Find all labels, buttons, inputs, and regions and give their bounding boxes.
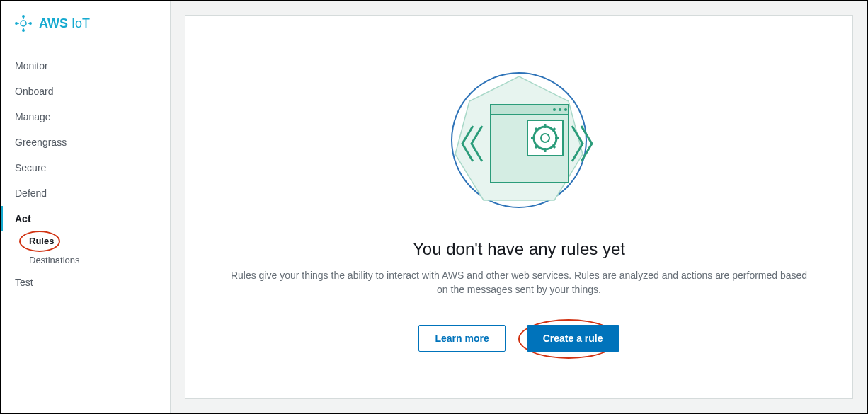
svg-point-8 (30, 23, 31, 24)
sidebar-item-act[interactable]: Act (1, 206, 170, 231)
empty-state-heading: You don't have any rules yet (413, 239, 625, 259)
sidebar-subitem-rules[interactable]: Rules (1, 231, 170, 251)
create-rule-button[interactable]: Create a rule (527, 325, 619, 352)
aws-iot-logo-icon (15, 15, 32, 32)
sidebar-item-monitor[interactable]: Monitor (1, 53, 170, 79)
brand-text: AWS IoT (39, 16, 90, 31)
svg-point-0 (21, 21, 26, 26)
svg-point-5 (23, 16, 24, 17)
sidebar-subitem-destinations[interactable]: Destinations (1, 251, 170, 270)
rules-illustration-icon (441, 62, 597, 218)
svg-point-14 (559, 108, 561, 111)
svg-point-7 (16, 23, 17, 24)
sidebar-item-test[interactable]: Test (1, 270, 170, 295)
sidebar-item-greengrass[interactable]: Greengrass (1, 130, 170, 155)
svg-point-15 (564, 108, 567, 111)
svg-rect-12 (491, 105, 569, 115)
svg-point-13 (553, 108, 556, 111)
main-content: You don't have any rules yet Rules give … (171, 1, 867, 413)
nav: Monitor Onboard Manage Greengrass Secure… (1, 53, 170, 295)
learn-more-button[interactable]: Learn more (418, 325, 505, 352)
brand[interactable]: AWS IoT (1, 15, 170, 53)
empty-state-card: You don't have any rules yet Rules give … (185, 15, 853, 399)
sidebar-item-manage[interactable]: Manage (1, 104, 170, 130)
button-row: Learn more Create a rule (418, 325, 619, 352)
create-rule-highlight: Create a rule (527, 325, 619, 352)
sidebar-item-secure[interactable]: Secure (1, 155, 170, 180)
sidebar: AWS IoT Monitor Onboard Manage Greengras… (1, 1, 171, 413)
empty-state-description: Rules give your things the ability to in… (229, 269, 809, 297)
sidebar-item-defend[interactable]: Defend (1, 180, 170, 206)
svg-point-6 (23, 30, 24, 31)
sidebar-item-onboard[interactable]: Onboard (1, 79, 170, 104)
